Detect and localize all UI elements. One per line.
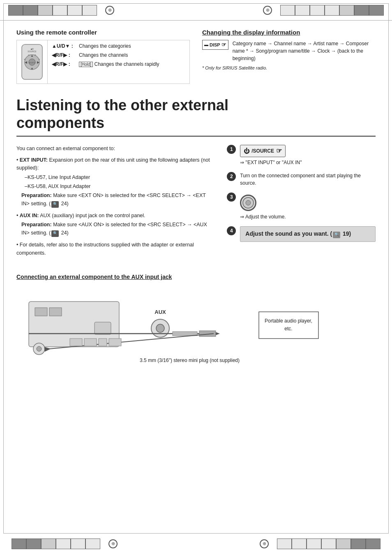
footer-box-5 [71, 538, 85, 549]
disp-badge: ▬ DISP ☞ [202, 40, 228, 50]
remote-table: SOURCE ▲ ▼ ◀ ▶ R F U [16, 40, 190, 84]
svg-text:etc.: etc. [284, 326, 292, 332]
disp-section-content: ▬ DISP ☞ Category name → Channel name → … [202, 40, 376, 72]
step-num-1: 1 [227, 145, 236, 154]
step-2-text: Turn on the connected component and star… [240, 173, 361, 186]
step-4: 4 Adjust the sound as you want. (🔍 19) [227, 226, 376, 242]
ref-icon-3: 🔍 [333, 232, 340, 238]
registration-mark-top-left: ⊕ [105, 6, 114, 15]
remote-key-1: ▲U/D▼ : [52, 43, 76, 50]
registration-mark-top-right: ⊕ [263, 6, 272, 15]
aux-diagram-container: AUX [16, 285, 376, 365]
main-content: Using the remote controller SOURCE [0, 21, 392, 365]
connecting-title: Connecting an external component to the … [16, 274, 376, 280]
bullet1-title: EXT INPUT: [20, 157, 48, 163]
ref-icon-2: 🔍 [51, 230, 59, 237]
main-heading-line1: Listening to the other external [16, 96, 376, 114]
remote-item-2: ◀R/F▶ : Changes the channels [52, 52, 185, 59]
registration-mark-bottom-right: ⊕ [260, 539, 269, 548]
header-box-r1 [280, 5, 295, 16]
bullet1-prep-title: Preparation: [21, 193, 52, 198]
footer-box-4 [56, 538, 71, 549]
bullet-item-note: • For details, refer also to the instruc… [16, 241, 214, 257]
svg-text:▶: ▶ [37, 60, 40, 64]
header-box-light [38, 5, 53, 16]
remote-desc-2: Changes the channels [79, 52, 128, 59]
footer-box-r3 [307, 538, 321, 549]
registration-mark-bottom-left: ⊕ [108, 539, 118, 548]
bullet1-prep: Preparation: Make sure <EXT ON> is selec… [16, 192, 214, 208]
header-box-lighter1 [53, 5, 67, 16]
finger-icon: ☞ [221, 41, 226, 49]
volume-knob [240, 195, 256, 211]
source-button-display: ⏻ /SOURCE ☞ [240, 145, 286, 157]
bullet2-main: • AUX IN: AUX (auxiliary) input jack on … [16, 212, 214, 220]
step-2-content: Turn on the connected component and star… [240, 172, 376, 187]
disp-row: ▬ DISP ☞ Category name → Channel name → … [202, 40, 376, 62]
footer-box-r6 [351, 538, 366, 549]
step-4-content: Adjust the sound as you want. (🔍 19) [240, 226, 376, 242]
bullet1-main: • EXT INPUT: Expansion port on the rear … [16, 156, 214, 172]
remote-section-title: Using the remote controller [16, 29, 190, 36]
svg-rect-29 [259, 312, 318, 339]
footer-boxes-left [12, 538, 100, 549]
remote-desc-3: [Hold] Changes the channels rapidly [79, 61, 159, 68]
svg-text:U: U [28, 54, 30, 56]
step4-highlight-box: Adjust the sound as you want. (🔍 19) [240, 226, 376, 242]
bullet-item-1: • EXT INPUT: Expansion port on the rear … [16, 156, 214, 208]
footer-box-6 [85, 538, 100, 549]
svg-text:▲: ▲ [30, 54, 34, 58]
step-1: 1 ⏻ /SOURCE ☞ ⇒ "EXT INPUT" or "AUX IN" [227, 145, 376, 166]
bullet2-prep: Preparation: Make sure <AUX ON> is selec… [16, 221, 214, 237]
remote-key-3: ◀R/F▶ : [52, 61, 76, 68]
knob-svg [242, 197, 254, 209]
step4-text: Adjust the sound as you want. (🔍 19) [245, 230, 351, 237]
step-1-content: ⏻ /SOURCE ☞ ⇒ "EXT INPUT" or "AUX IN" [240, 145, 376, 166]
header-box-r3 [310, 5, 325, 16]
svg-text:AUX: AUX [154, 309, 166, 315]
footer-boxes-right [277, 538, 380, 549]
step-num-4: 4 [227, 226, 236, 235]
footer-box-3 [41, 538, 56, 549]
svg-text:R: R [24, 58, 25, 60]
svg-rect-19 [95, 322, 111, 334]
display-section: Changing the display information ▬ DISP … [202, 29, 376, 84]
footer-box-1 [12, 538, 26, 549]
header-box-r6 [354, 5, 369, 16]
disp-sequence: Category name → Channel name → Artist na… [233, 40, 376, 62]
connecting-section: Connecting an external component to the … [16, 274, 376, 365]
footer-box-r1 [277, 538, 292, 549]
main-heading: Listening to the other external componen… [16, 96, 376, 137]
svg-text:▼: ▼ [30, 67, 34, 71]
bullet2-prep-title: Preparation: [21, 222, 52, 227]
header-box-lighter3 [82, 5, 97, 16]
svg-rect-33 [84, 339, 97, 346]
source-label: /SOURCE [251, 147, 274, 155]
header-box-r7 [369, 5, 384, 16]
remote-item-1: ▲U/D▼ : Changes the categories [52, 43, 185, 50]
svg-rect-18 [49, 308, 62, 316]
remote-controls-list: ▲U/D▼ : Changes the categories ◀R/F▶ : C… [48, 40, 189, 84]
footer-box-r7 [366, 538, 380, 549]
step-num-2: 2 [227, 172, 236, 181]
header-boxes-right [280, 5, 384, 16]
remote-diagram: SOURCE ▲ ▼ ◀ ▶ R F U [17, 40, 48, 84]
footer-box-r5 [336, 538, 351, 549]
listening-left: You can connect an external component to… [16, 145, 214, 261]
listening-intro: You can connect an external component to… [16, 145, 214, 153]
remote-section: Using the remote controller SOURCE [16, 29, 190, 84]
aux-diagram-svg: AUX [16, 285, 370, 365]
listening-right: 1 ⏻ /SOURCE ☞ ⇒ "EXT INPUT" or "AUX IN" … [227, 145, 376, 261]
footer-strip: ⊕ ⊕ [3, 533, 389, 554]
header-box-r2 [295, 5, 310, 16]
note-text: • For details, refer also to the instruc… [16, 241, 214, 257]
svg-text:SOURCE: SOURCE [28, 50, 37, 53]
header-box-dark2 [23, 5, 38, 16]
svg-rect-34 [99, 339, 107, 346]
ref-icon-1: 🔍 [51, 201, 59, 208]
svg-point-15 [246, 200, 251, 205]
svg-rect-35 [109, 339, 121, 346]
header-box-r4 [325, 5, 339, 16]
remote-desc-1: Changes the categories [79, 43, 131, 50]
svg-text:Portable audio player,: Portable audio player, [265, 318, 312, 324]
